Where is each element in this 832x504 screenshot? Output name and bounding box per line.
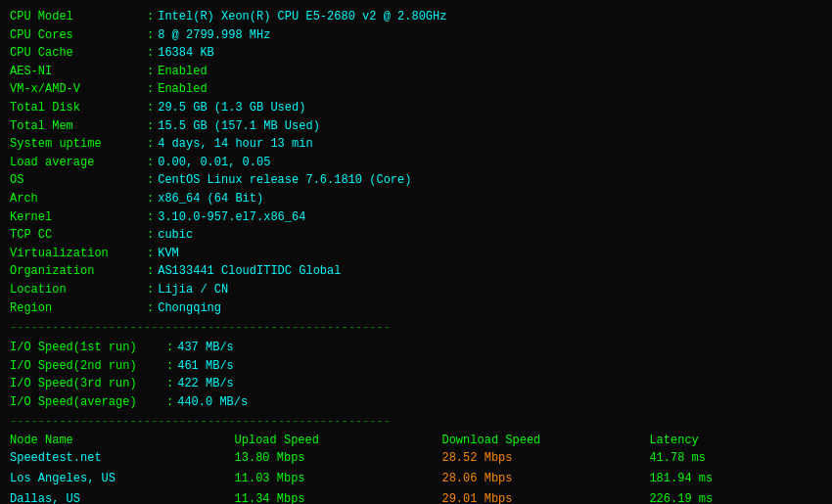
divider-2: ----------------------------------------…: [10, 415, 822, 429]
cpu-model-row: CPU Model : Intel(R) Xeon(R) CPU E5-2680…: [10, 8, 822, 26]
location-label: Location: [10, 281, 147, 299]
location-row: Location : Lijia / CN: [10, 281, 822, 299]
io-avg-value: 440.0 MB/s: [177, 393, 248, 412]
node-name-cell: Los Angeles, US: [10, 469, 235, 489]
upload-speed-cell: 13.80 Mbps: [235, 448, 442, 469]
io-run1-label: I/O Speed(1st run): [10, 339, 166, 357]
region-label: Region: [10, 299, 147, 318]
table-row: Dallas, US11.34 Mbps29.01 Mbps226.19 ms: [10, 489, 822, 504]
io-run3-row: I/O Speed(3rd run) : 422 MB/s: [10, 375, 822, 393]
cpu-cores-row: CPU Cores : 8 @ 2799.998 MHz: [10, 26, 822, 45]
org-value: AS133441 CloudITIDC Global: [158, 262, 341, 281]
download-speed-cell: 28.06 Mbps: [441, 469, 649, 489]
download-speed-cell: 28.52 Mbps: [441, 448, 649, 469]
col-header-node: Node Name: [10, 433, 235, 448]
cpu-cache-row: CPU Cache : 16384 KB: [10, 44, 822, 63]
total-disk-value: 29.5 GB (1.3 GB Used): [158, 99, 305, 117]
speed-table-header: Node Name Upload Speed Download Speed La…: [10, 433, 822, 448]
total-mem-label: Total Mem: [10, 117, 147, 136]
aes-ni-value: Enabled: [158, 63, 207, 81]
uptime-row: System uptime : 4 days, 14 hour 13 min: [10, 135, 822, 154]
io-run1-value: 437 MB/s: [177, 339, 234, 357]
org-label: Organization: [10, 262, 147, 281]
region-row: Region : Chongqing: [10, 299, 822, 318]
latency-cell: 181.94 ms: [649, 469, 822, 489]
aes-ni-label: AES-NI: [10, 63, 147, 81]
table-row: Los Angeles, US11.03 Mbps28.06 Mbps181.9…: [10, 469, 822, 489]
io-avg-row: I/O Speed(average) : 440.0 MB/s: [10, 393, 822, 412]
divider-1: ----------------------------------------…: [10, 321, 822, 335]
virt-label: Virtualization: [10, 245, 147, 263]
cpu-cores-value: 8 @ 2799.998 MHz: [158, 26, 270, 45]
io-avg-label: I/O Speed(average): [10, 393, 166, 412]
arch-row: Arch : x86_64 (64 Bit): [10, 190, 822, 208]
io-run3-label: I/O Speed(3rd run): [10, 375, 166, 393]
load-value: 0.00, 0.01, 0.05: [158, 154, 270, 172]
node-name-cell: Dallas, US: [10, 489, 235, 504]
total-disk-label: Total Disk: [10, 99, 147, 117]
virt-row: Virtualization : KVM: [10, 245, 822, 263]
col-header-upload: Upload Speed: [235, 433, 442, 448]
tcp-cc-value: cubic: [158, 226, 193, 245]
arch-value: x86_64 (64 Bit): [158, 190, 263, 208]
speed-table-section: Node Name Upload Speed Download Speed La…: [10, 433, 822, 504]
io-run2-label: I/O Speed(2nd run): [10, 357, 166, 376]
cpu-cache-label: CPU Cache: [10, 44, 147, 63]
table-row: Speedtest.net13.80 Mbps28.52 Mbps41.78 m…: [10, 448, 822, 469]
uptime-value: 4 days, 14 hour 13 min: [158, 135, 312, 154]
os-label: OS: [10, 171, 147, 190]
org-row: Organization : AS133441 CloudITIDC Globa…: [10, 262, 822, 281]
latency-cell: 41.78 ms: [649, 448, 822, 469]
tcp-cc-row: TCP CC : cubic: [10, 226, 822, 245]
io-section: I/O Speed(1st run) : 437 MB/s I/O Speed(…: [10, 339, 822, 411]
total-mem-row: Total Mem : 15.5 GB (157.1 MB Used): [10, 117, 822, 136]
io-run3-value: 422 MB/s: [177, 375, 234, 393]
col-header-latency: Latency: [649, 433, 822, 448]
kernel-label: Kernel: [10, 208, 147, 227]
kernel-value: 3.10.0-957.el7.x86_64: [158, 208, 305, 227]
arch-label: Arch: [10, 190, 147, 208]
cpu-cores-label: CPU Cores: [10, 26, 147, 45]
os-value: CentOS Linux release 7.6.1810 (Core): [158, 171, 411, 190]
tcp-cc-label: TCP CC: [10, 226, 147, 245]
load-row: Load average : 0.00, 0.01, 0.05: [10, 154, 822, 172]
cpu-model-value: Intel(R) Xeon(R) CPU E5-2680 v2 @ 2.80GH…: [158, 8, 446, 26]
upload-speed-cell: 11.03 Mbps: [235, 469, 442, 489]
region-value: Chongqing: [158, 299, 221, 318]
load-label: Load average: [10, 154, 147, 172]
aes-ni-row: AES-NI : Enabled: [10, 63, 822, 81]
kernel-row: Kernel : 3.10.0-957.el7.x86_64: [10, 208, 822, 227]
virt-value: KVM: [158, 245, 179, 263]
latency-cell: 226.19 ms: [649, 489, 822, 504]
location-value: Lijia / CN: [158, 281, 228, 299]
os-row: OS : CentOS Linux release 7.6.1810 (Core…: [10, 171, 822, 190]
col-header-download: Download Speed: [441, 433, 649, 448]
speed-table: Node Name Upload Speed Download Speed La…: [10, 433, 822, 504]
io-run2-value: 461 MB/s: [177, 357, 234, 376]
vmamd-label: VM-x/AMD-V: [10, 80, 147, 99]
io-run1-row: I/O Speed(1st run) : 437 MB/s: [10, 339, 822, 357]
vmamd-value: Enabled: [158, 80, 207, 99]
cpu-model-label: CPU Model: [10, 8, 147, 26]
cpu-cache-value: 16384 KB: [158, 44, 214, 63]
upload-speed-cell: 11.34 Mbps: [235, 489, 442, 504]
io-run2-row: I/O Speed(2nd run) : 461 MB/s: [10, 357, 822, 376]
download-speed-cell: 29.01 Mbps: [441, 489, 649, 504]
sysinfo-section: CPU Model : Intel(R) Xeon(R) CPU E5-2680…: [10, 8, 822, 317]
total-disk-row: Total Disk : 29.5 GB (1.3 GB Used): [10, 99, 822, 117]
node-name-cell: Speedtest.net: [10, 448, 235, 469]
vmamd-row: VM-x/AMD-V : Enabled: [10, 80, 822, 99]
uptime-label: System uptime: [10, 135, 147, 154]
total-mem-value: 15.5 GB (157.1 MB Used): [158, 117, 320, 136]
